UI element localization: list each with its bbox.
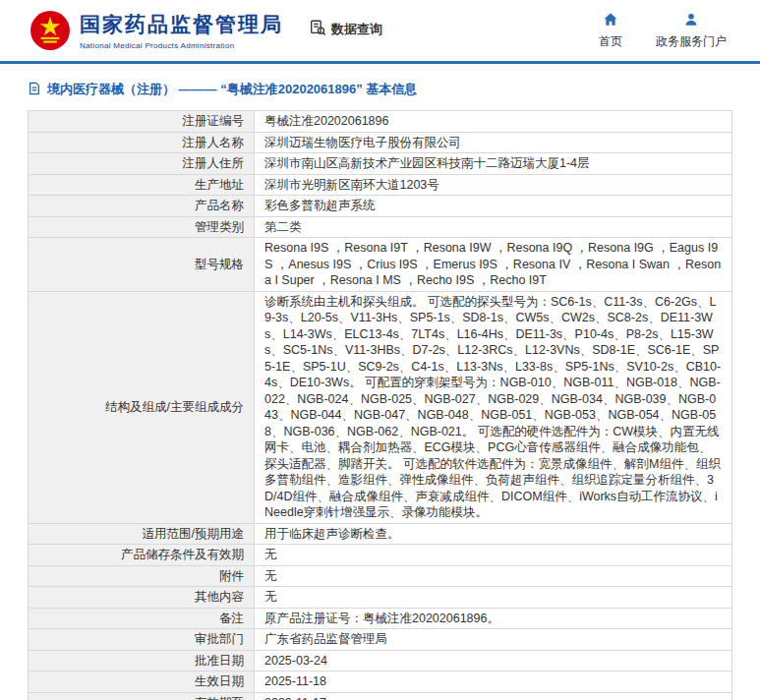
row-value: Resona I9S ，Resona I9T ，Resona I9W ，Reso… (255, 238, 732, 292)
row-value: 彩色多普勒超声系统 (255, 196, 732, 217)
nav-portal-label: 政务服务门户 (656, 33, 727, 50)
breadcrumb-text: 境内医疗器械（注册） ——— “粤械注准20202061896” 基本信息 (47, 81, 417, 98)
row-label: 生产地址 (29, 174, 255, 196)
table-row: 注册人名称 深圳迈瑞生物医疗电子股份有限公司 (29, 132, 732, 153)
table-row: 产品储存条件及有效期 无 (29, 545, 732, 566)
row-label: 审批部门 (29, 629, 255, 651)
row-label: 注册人名称 (29, 132, 255, 153)
registration-info-table: 注册证编号 粤械注准20202061896 注册人名称 深圳迈瑞生物医疗电子股份… (28, 110, 732, 700)
document-icon (28, 82, 41, 98)
row-value: 深圳市南山区高新技术产业园区科技南十二路迈瑞大厦1-4层 (255, 153, 732, 175)
row-label: 有效期至 (29, 692, 255, 700)
site-header: 国家药品监督管理局 National Medical Products Admi… (0, 0, 760, 61)
row-value: 无 (255, 565, 732, 587)
row-value: 深圳市光明新区南环大道1203号 (255, 174, 732, 196)
row-value: 无 (255, 545, 732, 566)
page: 国家药品监督管理局 National Medical Products Admi… (0, 0, 760, 700)
row-value: 2025-03-24 (255, 650, 732, 671)
main-content: 境内医疗器械（注册） ——— “粤械注准20202061896” 基本信息 注册… (0, 64, 760, 700)
table-row: 生产地址 深圳市光明新区南环大道1203号 (29, 174, 732, 196)
brand-text: 国家药品监督管理局 National Medical Products Admi… (80, 11, 283, 50)
row-value: 粤械注准20202061896 (255, 111, 732, 133)
row-value: 2030-11-17 (255, 692, 732, 700)
row-label: 型号规格 (29, 238, 255, 292)
table-row: 型号规格 Resona I9S ，Resona I9T ，Resona I9W … (29, 238, 732, 292)
table-row: 批准日期 2025-03-24 (29, 650, 732, 671)
row-label: 产品名称 (29, 196, 255, 217)
table-row: 生效日期 2025-11-18 (29, 671, 732, 693)
table-row: 产品名称 彩色多普勒超声系统 (29, 196, 732, 217)
brand-logo-link[interactable]: 国家药品监督管理局 National Medical Products Admi… (29, 10, 283, 51)
row-label: 管理类别 (29, 216, 255, 238)
row-label: 其他内容 (29, 587, 255, 609)
row-label: 附件 (29, 565, 255, 587)
nav-data-query-label: 数据查询 (331, 21, 382, 38)
table-row: 有效期至 2030-11-17 (29, 692, 732, 700)
home-icon (603, 12, 618, 30)
header-right-nav: 首页 政务服务门户 (599, 12, 732, 50)
row-label: 结构及组成/主要组成成分 (29, 291, 255, 523)
row-label: 产品储存条件及有效期 (29, 545, 255, 566)
nav-home[interactable]: 首页 (599, 12, 622, 50)
row-value: 用于临床超声诊断检查。 (255, 523, 732, 545)
table-row: 附件 无 (29, 565, 732, 587)
row-value: 第二类 (255, 216, 732, 238)
row-label: 注册人住所 (29, 153, 255, 175)
row-label: 适用范围/预期用途 (29, 523, 255, 545)
table-row: 结构及组成/主要组成成分 诊断系统由主机和探头组成。 可选配的探头型号为：SC6… (29, 291, 732, 523)
table-row: 备注 原产品注册证号：粤械注准20202061896。 (29, 608, 732, 629)
row-value: 诊断系统由主机和探头组成。 可选配的探头型号为：SC6-1s、C11-3s、C6… (255, 291, 732, 523)
table-row: 管理类别 第二类 (29, 216, 732, 238)
table-row: 其他内容 无 (29, 587, 732, 609)
row-value: 深圳迈瑞生物医疗电子股份有限公司 (255, 132, 732, 153)
national-emblem-icon (29, 10, 71, 51)
row-label: 批准日期 (29, 650, 255, 671)
row-value: 广东省药品监督管理局 (255, 629, 732, 651)
table-row: 注册人住所 深圳市南山区高新技术产业园区科技南十二路迈瑞大厦1-4层 (29, 153, 732, 175)
row-value: 2025-11-18 (255, 671, 732, 693)
breadcrumb: 境内医疗器械（注册） ——— “粤械注准20202061896” 基本信息 (28, 81, 732, 98)
row-label: 生效日期 (29, 671, 255, 693)
row-label: 备注 (29, 608, 255, 629)
row-value: 无 (255, 587, 732, 609)
document-search-icon (309, 19, 326, 39)
nav-home-label: 首页 (599, 33, 622, 50)
site-title: 国家药品监督管理局 (80, 11, 283, 38)
nav-data-query[interactable]: 数据查询 (309, 19, 382, 39)
row-value: 原产品注册证号：粤械注准20202061896。 (255, 608, 732, 629)
table-row: 注册证编号 粤械注准20202061896 (29, 111, 732, 133)
table-row: 审批部门 广东省药品监督管理局 (29, 629, 732, 651)
table-row: 适用范围/预期用途 用于临床超声诊断检查。 (29, 523, 732, 545)
nav-portal[interactable]: 政务服务门户 (656, 12, 727, 50)
site-subtitle: National Medical Products Administration (80, 41, 283, 50)
row-label: 注册证编号 (29, 111, 255, 133)
user-icon (683, 12, 699, 30)
